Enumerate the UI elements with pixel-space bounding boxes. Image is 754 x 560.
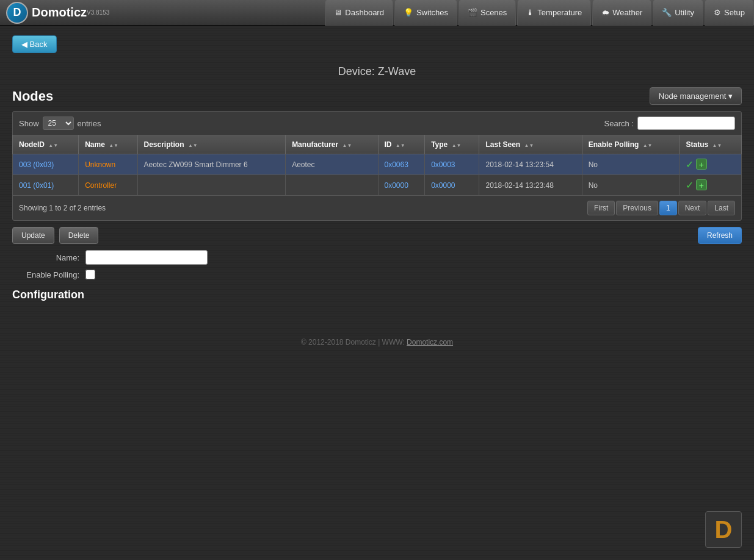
pagination-page-1[interactable]: 1	[659, 201, 677, 215]
entries-label: entries	[78, 119, 101, 128]
nav-temperature-label: Temperature	[537, 8, 582, 17]
nodes-table: NodeID ▲▼ Name ▲▼ Description ▲▼ Manufac…	[12, 135, 742, 196]
showing-text: Showing 1 to 2 of 2 entries	[19, 204, 106, 212]
cell-nodeid: 001 (0x01)	[13, 175, 79, 196]
col-manufacturer[interactable]: Manufacturer ▲▼	[286, 135, 378, 154]
sort-icon: ▲▼	[643, 143, 653, 148]
status-check-icon: ✓	[686, 159, 694, 170]
footer-link[interactable]: Domoticz.com	[407, 338, 453, 346]
cell-status: ✓ +	[680, 175, 742, 196]
nav-weather[interactable]: 🌧 Weather	[592, 0, 651, 26]
cell-description	[137, 175, 286, 196]
nav-utility-label: Utility	[675, 8, 694, 17]
id-hex-link[interactable]: 0x0063	[385, 160, 408, 169]
nav-switches-label: Switches	[416, 8, 448, 17]
type-hex-link[interactable]: 0x0000	[431, 181, 455, 190]
col-nodeid[interactable]: NodeID ▲▼	[13, 135, 79, 154]
sort-icon: ▲▼	[109, 143, 118, 148]
nav-setup[interactable]: ⚙ Setup	[705, 0, 754, 26]
nav-switches[interactable]: 💡 Switches	[394, 0, 457, 26]
top-navigation: D Domoticz V3.8153 🖥 Dashboard 💡 Switche…	[0, 0, 754, 26]
pagination: First Previous 1 Next Last	[587, 201, 735, 215]
col-lastseen[interactable]: Last Seen ▲▼	[479, 135, 582, 154]
nav-utility[interactable]: 🔧 Utility	[653, 0, 703, 26]
search-area: Search :	[604, 117, 735, 130]
col-id[interactable]: ID ▲▼	[378, 135, 425, 154]
nav-setup-label: Setup	[724, 8, 745, 17]
cell-name: Unknown	[79, 154, 137, 175]
cell-manufacturer: Aeotec	[286, 154, 378, 175]
enable-polling-label: Enable Polling:	[12, 270, 85, 279]
table-header-row: NodeID ▲▼ Name ▲▼ Description ▲▼ Manufac…	[13, 135, 742, 154]
nav-menu: 🖥 Dashboard 💡 Switches 🎬 Scenes 🌡 Temper…	[325, 0, 754, 26]
back-button[interactable]: ◀ Back	[12, 35, 57, 53]
pagination-previous[interactable]: Previous	[616, 201, 658, 215]
sort-icon: ▲▼	[396, 143, 405, 148]
col-enablepolling[interactable]: Enable Polling ▲▼	[582, 135, 680, 154]
nav-dashboard-label: Dashboard	[345, 8, 384, 17]
name-link[interactable]: Controller	[85, 181, 117, 190]
nodes-title: Nodes	[12, 88, 53, 104]
col-name[interactable]: Name ▲▼	[79, 135, 137, 154]
name-input[interactable]	[85, 250, 208, 265]
sort-icon: ▲▼	[188, 143, 198, 148]
entries-select[interactable]: 25 10 50 100	[43, 117, 74, 130]
page-footer: © 2012-2018 Domoticz | WWW: Domoticz.com	[12, 326, 742, 359]
delete-button[interactable]: Delete	[59, 227, 99, 244]
name-link[interactable]: Unknown	[85, 160, 115, 169]
cell-enablepolling: No	[582, 175, 680, 196]
col-description[interactable]: Description ▲▼	[137, 135, 286, 154]
nodes-header: Nodes Node management ▾	[12, 87, 742, 105]
cell-nodeid: 003 (0x03)	[13, 154, 79, 175]
cell-enablepolling: No	[582, 154, 680, 175]
nodeid-link[interactable]: 001 (0x01)	[19, 181, 54, 190]
table-controls: Show 25 10 50 100 entries Search :	[12, 111, 742, 135]
pagination-last[interactable]: Last	[708, 201, 735, 215]
name-form-row: Name:	[12, 250, 742, 265]
table-footer: Showing 1 to 2 of 2 entries First Previo…	[12, 196, 742, 221]
app-logo: D Domoticz V3.8153	[6, 2, 109, 24]
search-label: Search :	[604, 119, 634, 128]
nav-dashboard[interactable]: 🖥 Dashboard	[325, 0, 393, 26]
pagination-next[interactable]: Next	[678, 201, 707, 215]
sort-icon: ▲▼	[48, 143, 58, 148]
show-entries-control: Show 25 10 50 100 entries	[19, 117, 101, 130]
table-row[interactable]: 001 (0x01) Controller 0x0000 0x0000 2018…	[13, 175, 742, 196]
col-type[interactable]: Type ▲▼	[425, 135, 479, 154]
nodeid-link[interactable]: 003 (0x03)	[19, 160, 54, 169]
cell-status: ✓ +	[680, 154, 742, 175]
sort-icon: ▲▼	[524, 143, 534, 148]
type-hex-link[interactable]: 0x0003	[431, 160, 455, 169]
nav-scenes[interactable]: 🎬 Scenes	[459, 0, 516, 26]
cell-id: 0x0000	[378, 175, 425, 196]
nav-temperature[interactable]: 🌡 Temperature	[517, 0, 591, 26]
cell-lastseen: 2018-02-14 13:23:54	[479, 154, 582, 175]
app-version: V3.8153	[87, 9, 109, 16]
app-name: Domoticz	[32, 5, 87, 20]
logo-icon: D	[6, 2, 28, 24]
pagination-first[interactable]: First	[587, 201, 615, 215]
cell-type: 0x0003	[425, 154, 479, 175]
cell-name: Controller	[79, 175, 137, 196]
form-section: Name: Enable Polling:	[12, 250, 742, 279]
col-status[interactable]: Status ▲▼	[680, 135, 742, 154]
cell-description: Aeotec ZW099 Smart Dimmer 6	[137, 154, 286, 175]
cell-type: 0x0000	[425, 175, 479, 196]
update-button[interactable]: Update	[12, 227, 54, 244]
cell-id: 0x0063	[378, 154, 425, 175]
status-add-button[interactable]: +	[696, 179, 707, 190]
status-add-button[interactable]: +	[696, 159, 707, 170]
search-input[interactable]	[637, 117, 735, 130]
nav-scenes-label: Scenes	[480, 8, 507, 17]
action-left-buttons: Update Delete	[12, 227, 98, 244]
table-row[interactable]: 003 (0x03) Unknown Aeotec ZW099 Smart Di…	[13, 154, 742, 175]
configuration-title: Configuration	[12, 289, 742, 301]
cell-manufacturer	[286, 175, 378, 196]
id-hex-link[interactable]: 0x0000	[385, 181, 408, 190]
cell-lastseen: 2018-02-14 13:23:48	[479, 175, 582, 196]
node-management-button[interactable]: Node management ▾	[650, 87, 742, 105]
refresh-button[interactable]: Refresh	[698, 227, 742, 244]
enable-polling-checkbox[interactable]	[85, 270, 95, 279]
page-title: Device: Z-Wave	[12, 65, 742, 78]
nav-weather-label: Weather	[612, 8, 642, 17]
